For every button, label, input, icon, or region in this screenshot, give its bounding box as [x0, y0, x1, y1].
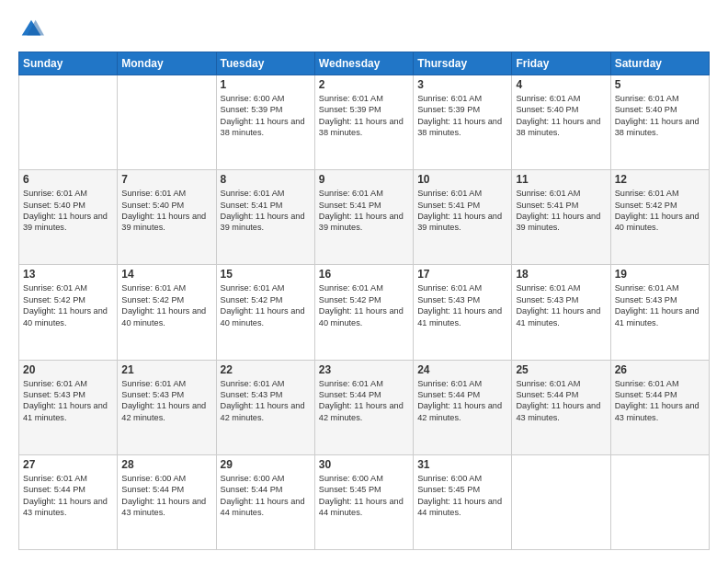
day-content: Sunrise: 6:01 AM Sunset: 5:41 PM Dayligh… [319, 188, 409, 234]
calendar-week-row: 27Sunrise: 6:01 AM Sunset: 5:44 PM Dayli… [19, 454, 710, 549]
weekday-header: Wednesday [314, 52, 413, 75]
day-number: 3 [417, 78, 507, 91]
day-content: Sunrise: 6:01 AM Sunset: 5:43 PM Dayligh… [121, 378, 211, 424]
calendar-cell: 28Sunrise: 6:00 AM Sunset: 5:44 PM Dayli… [118, 454, 216, 549]
calendar-cell: 6Sunrise: 6:01 AM Sunset: 5:40 PM Daylig… [19, 170, 118, 265]
calendar-cell: 2Sunrise: 6:01 AM Sunset: 5:39 PM Daylig… [314, 75, 413, 170]
day-number: 28 [121, 458, 211, 471]
calendar-cell: 9Sunrise: 6:01 AM Sunset: 5:41 PM Daylig… [314, 170, 413, 265]
calendar-cell: 22Sunrise: 6:01 AM Sunset: 5:43 PM Dayli… [216, 360, 314, 454]
day-content: Sunrise: 6:01 AM Sunset: 5:41 PM Dayligh… [516, 188, 606, 234]
calendar-cell: 19Sunrise: 6:01 AM Sunset: 5:43 PM Dayli… [610, 265, 709, 360]
day-content: Sunrise: 6:01 AM Sunset: 5:43 PM Dayligh… [615, 282, 705, 328]
day-content: Sunrise: 6:00 AM Sunset: 5:44 PM Dayligh… [121, 473, 211, 519]
calendar-cell: 13Sunrise: 6:01 AM Sunset: 5:42 PM Dayli… [19, 265, 118, 360]
day-number: 14 [121, 268, 211, 281]
day-number: 30 [319, 458, 409, 471]
day-number: 8 [221, 173, 311, 186]
calendar-cell: 16Sunrise: 6:01 AM Sunset: 5:42 PM Dayli… [314, 265, 413, 360]
day-number: 13 [23, 268, 113, 281]
calendar-header-row: SundayMondayTuesdayWednesdayThursdayFrid… [19, 52, 710, 75]
day-content: Sunrise: 6:01 AM Sunset: 5:40 PM Dayligh… [23, 188, 113, 234]
weekday-header: Saturday [610, 52, 709, 75]
calendar-week-row: 13Sunrise: 6:01 AM Sunset: 5:42 PM Dayli… [19, 265, 710, 360]
calendar-cell: 15Sunrise: 6:01 AM Sunset: 5:42 PM Dayli… [216, 265, 314, 360]
day-number: 15 [221, 268, 311, 281]
day-content: Sunrise: 6:01 AM Sunset: 5:44 PM Dayligh… [23, 473, 113, 519]
calendar-week-row: 6Sunrise: 6:01 AM Sunset: 5:40 PM Daylig… [19, 170, 710, 265]
day-number: 16 [319, 268, 409, 281]
day-content: Sunrise: 6:01 AM Sunset: 5:42 PM Dayligh… [221, 282, 311, 328]
calendar-cell: 18Sunrise: 6:01 AM Sunset: 5:43 PM Dayli… [512, 265, 610, 360]
day-number: 12 [615, 173, 705, 186]
weekday-header: Friday [512, 52, 610, 75]
calendar-cell: 25Sunrise: 6:01 AM Sunset: 5:44 PM Dayli… [512, 360, 610, 454]
calendar-cell: 26Sunrise: 6:01 AM Sunset: 5:44 PM Dayli… [610, 360, 709, 454]
day-content: Sunrise: 6:01 AM Sunset: 5:44 PM Dayligh… [516, 378, 606, 424]
day-number: 10 [417, 173, 507, 186]
calendar-cell: 8Sunrise: 6:01 AM Sunset: 5:41 PM Daylig… [216, 170, 314, 265]
calendar-cell: 27Sunrise: 6:01 AM Sunset: 5:44 PM Dayli… [19, 454, 118, 549]
day-content: Sunrise: 6:01 AM Sunset: 5:43 PM Dayligh… [516, 282, 606, 328]
day-number: 19 [615, 268, 705, 281]
day-number: 21 [121, 363, 211, 376]
calendar-cell: 17Sunrise: 6:01 AM Sunset: 5:43 PM Dayli… [414, 265, 512, 360]
day-number: 5 [615, 78, 705, 91]
day-number: 25 [516, 363, 606, 376]
calendar-cell: 10Sunrise: 6:01 AM Sunset: 5:41 PM Dayli… [414, 170, 512, 265]
calendar-cell: 4Sunrise: 6:01 AM Sunset: 5:40 PM Daylig… [512, 75, 610, 170]
logo-icon [18, 17, 44, 42]
calendar-cell: 14Sunrise: 6:01 AM Sunset: 5:42 PM Dayli… [118, 265, 216, 360]
logo [18, 17, 48, 42]
day-number: 22 [221, 363, 311, 376]
calendar-cell: 3Sunrise: 6:01 AM Sunset: 5:39 PM Daylig… [414, 75, 512, 170]
day-content: Sunrise: 6:01 AM Sunset: 5:41 PM Dayligh… [221, 188, 311, 234]
calendar-week-row: 1Sunrise: 6:00 AM Sunset: 5:39 PM Daylig… [19, 75, 710, 170]
day-content: Sunrise: 6:01 AM Sunset: 5:42 PM Dayligh… [615, 188, 705, 234]
calendar-table: SundayMondayTuesdayWednesdayThursdayFrid… [18, 52, 710, 550]
weekday-header: Tuesday [216, 52, 314, 75]
calendar-cell: 11Sunrise: 6:01 AM Sunset: 5:41 PM Dayli… [512, 170, 610, 265]
day-content: Sunrise: 6:01 AM Sunset: 5:40 PM Dayligh… [121, 188, 211, 234]
day-number: 27 [23, 458, 113, 471]
weekday-header: Thursday [414, 52, 512, 75]
day-content: Sunrise: 6:01 AM Sunset: 5:40 PM Dayligh… [615, 93, 705, 139]
weekday-header: Sunday [19, 52, 118, 75]
calendar-cell: 7Sunrise: 6:01 AM Sunset: 5:40 PM Daylig… [118, 170, 216, 265]
calendar-cell: 5Sunrise: 6:01 AM Sunset: 5:40 PM Daylig… [610, 75, 709, 170]
day-number: 2 [319, 78, 409, 91]
day-number: 26 [615, 363, 705, 376]
day-content: Sunrise: 6:01 AM Sunset: 5:44 PM Dayligh… [319, 378, 409, 424]
calendar-cell [512, 454, 610, 549]
day-number: 17 [417, 268, 507, 281]
day-content: Sunrise: 6:01 AM Sunset: 5:43 PM Dayligh… [417, 282, 507, 328]
day-number: 24 [417, 363, 507, 376]
day-content: Sunrise: 6:00 AM Sunset: 5:45 PM Dayligh… [417, 473, 507, 519]
day-content: Sunrise: 6:01 AM Sunset: 5:44 PM Dayligh… [417, 378, 507, 424]
day-number: 1 [221, 78, 311, 91]
calendar-week-row: 20Sunrise: 6:01 AM Sunset: 5:43 PM Dayli… [19, 360, 710, 454]
calendar-cell: 31Sunrise: 6:00 AM Sunset: 5:45 PM Dayli… [414, 454, 512, 549]
calendar-cell: 24Sunrise: 6:01 AM Sunset: 5:44 PM Dayli… [414, 360, 512, 454]
day-content: Sunrise: 6:01 AM Sunset: 5:42 PM Dayligh… [23, 282, 113, 328]
day-content: Sunrise: 6:01 AM Sunset: 5:39 PM Dayligh… [319, 93, 409, 139]
day-number: 31 [417, 458, 507, 471]
day-number: 20 [23, 363, 113, 376]
weekday-header: Monday [118, 52, 216, 75]
day-content: Sunrise: 6:01 AM Sunset: 5:43 PM Dayligh… [221, 378, 311, 424]
day-content: Sunrise: 6:00 AM Sunset: 5:39 PM Dayligh… [221, 93, 311, 139]
day-content: Sunrise: 6:01 AM Sunset: 5:40 PM Dayligh… [516, 93, 606, 139]
day-content: Sunrise: 6:01 AM Sunset: 5:42 PM Dayligh… [121, 282, 211, 328]
calendar-cell: 1Sunrise: 6:00 AM Sunset: 5:39 PM Daylig… [216, 75, 314, 170]
calendar-cell: 29Sunrise: 6:00 AM Sunset: 5:44 PM Dayli… [216, 454, 314, 549]
header [18, 17, 710, 42]
calendar-cell: 20Sunrise: 6:01 AM Sunset: 5:43 PM Dayli… [19, 360, 118, 454]
calendar-cell: 21Sunrise: 6:01 AM Sunset: 5:43 PM Dayli… [118, 360, 216, 454]
day-content: Sunrise: 6:01 AM Sunset: 5:39 PM Dayligh… [417, 93, 507, 139]
day-number: 29 [221, 458, 311, 471]
calendar-cell [118, 75, 216, 170]
calendar-cell: 23Sunrise: 6:01 AM Sunset: 5:44 PM Dayli… [314, 360, 413, 454]
calendar-cell: 12Sunrise: 6:01 AM Sunset: 5:42 PM Dayli… [610, 170, 709, 265]
calendar-cell [610, 454, 709, 549]
day-number: 9 [319, 173, 409, 186]
